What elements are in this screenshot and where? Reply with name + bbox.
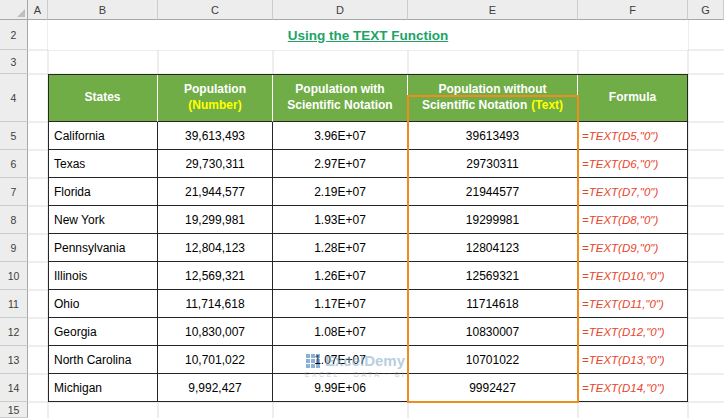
cell-e13-text[interactable]: 10701022 <box>408 346 578 374</box>
table-header-states[interactable]: States <box>48 74 158 122</box>
cell-f5-formula[interactable]: =TEXT(D5,"0") <box>578 122 688 150</box>
row-header-11[interactable]: 11 <box>0 290 28 318</box>
select-all-button[interactable] <box>0 0 28 20</box>
cell-f14-formula[interactable]: =TEXT(D14,"0") <box>578 374 688 402</box>
row-header-10[interactable]: 10 <box>0 262 28 290</box>
table-header-population-number[interactable]: Population (Number) <box>158 74 273 122</box>
header-population-line1: Population <box>184 82 246 98</box>
cell-f8-formula[interactable]: =TEXT(D8,"0") <box>578 206 688 234</box>
row-header-3[interactable]: 3 <box>0 50 28 74</box>
cell-b10-state[interactable]: Illinois <box>48 262 158 290</box>
header-formula-label: Formula <box>609 90 656 106</box>
cell-b12-state[interactable]: Georgia <box>48 318 158 346</box>
row-header-9[interactable]: 9 <box>0 234 28 262</box>
cell-e7-text[interactable]: 21944577 <box>408 178 578 206</box>
cell-e10-text[interactable]: 12569321 <box>408 262 578 290</box>
header-text-line2: Scientific Notation <box>422 98 527 114</box>
cell-c12-number[interactable]: 10,830,007 <box>158 318 273 346</box>
header-sci-line2: Scientific Notation <box>287 98 392 114</box>
cell-b14-state[interactable]: Michigan <box>48 374 158 402</box>
column-header-d[interactable]: D <box>273 0 408 20</box>
cell-b11-state[interactable]: Ohio <box>48 290 158 318</box>
cell-d13-sci[interactable]: 1.07E+07 <box>273 346 408 374</box>
cell-e9-text[interactable]: 12804123 <box>408 234 578 262</box>
cell-c8-number[interactable]: 19,299,981 <box>158 206 273 234</box>
cell-b9-state[interactable]: Pennsylvania <box>48 234 158 262</box>
column-header-c[interactable]: C <box>158 0 273 20</box>
row-header-15[interactable]: 15 <box>0 402 28 418</box>
row-header-14[interactable]: 14 <box>0 374 28 402</box>
cell-b6-state[interactable]: Texas <box>48 150 158 178</box>
row-header-4[interactable]: 4 <box>0 74 28 122</box>
cell-c11-number[interactable]: 11,714,618 <box>158 290 273 318</box>
page-title: Using the TEXT Function <box>288 28 449 43</box>
cell-b8-state[interactable]: New York <box>48 206 158 234</box>
cell-b7-state[interactable]: Florida <box>48 178 158 206</box>
cell-b13-state[interactable]: North Carolina <box>48 346 158 374</box>
row-header-7[interactable]: 7 <box>0 178 28 206</box>
cell-e6-text[interactable]: 29730311 <box>408 150 578 178</box>
header-population-line2: (Number) <box>188 98 241 114</box>
cell-d8-sci[interactable]: 1.93E+07 <box>273 206 408 234</box>
cell-f13-formula[interactable]: =TEXT(D13,"0") <box>578 346 688 374</box>
row-header-5[interactable]: 5 <box>0 122 28 150</box>
cell-f6-formula[interactable]: =TEXT(D6,"0") <box>578 150 688 178</box>
column-header-f[interactable]: F <box>578 0 688 20</box>
column-header-g[interactable]: G <box>688 0 724 20</box>
cell-f7-formula[interactable]: =TEXT(D7,"0") <box>578 178 688 206</box>
row-header-2[interactable]: 2 <box>0 20 28 50</box>
cell-f11-formula[interactable]: =TEXT(D11,"0") <box>578 290 688 318</box>
cell-d11-sci[interactable]: 1.17E+07 <box>273 290 408 318</box>
table-header-formula[interactable]: Formula <box>578 74 688 122</box>
cell-c14-number[interactable]: 9,992,427 <box>158 374 273 402</box>
cell-c7-number[interactable]: 21,944,577 <box>158 178 273 206</box>
cell-e11-text[interactable]: 11714618 <box>408 290 578 318</box>
cell-d6-sci[interactable]: 2.97E+07 <box>273 150 408 178</box>
cell-d5-sci[interactable]: 3.96E+07 <box>273 122 408 150</box>
row-header-8[interactable]: 8 <box>0 206 28 234</box>
cell-e12-text[interactable]: 10830007 <box>408 318 578 346</box>
header-text-line1: Population without <box>439 82 547 98</box>
table-header-without-scientific-notation[interactable]: Population without Scientific Notation (… <box>408 74 578 122</box>
cell-d7-sci[interactable]: 2.19E+07 <box>273 178 408 206</box>
cell-b5-state[interactable]: California <box>48 122 158 150</box>
cell-e14-text[interactable]: 9992427 <box>408 374 578 402</box>
cell-f12-formula[interactable]: =TEXT(D12,"0") <box>578 318 688 346</box>
cell-e5-text[interactable]: 39613493 <box>408 122 578 150</box>
cell-e8-text[interactable]: 19299981 <box>408 206 578 234</box>
row-header-6[interactable]: 6 <box>0 150 28 178</box>
cell-d9-sci[interactable]: 1.28E+07 <box>273 234 408 262</box>
cell-d10-sci[interactable]: 1.26E+07 <box>273 262 408 290</box>
cell-c5-number[interactable]: 39,613,493 <box>158 122 273 150</box>
sheet-title-cell[interactable]: Using the TEXT Function <box>48 20 688 50</box>
header-states-label: States <box>84 90 120 106</box>
row-header-13[interactable]: 13 <box>0 346 28 374</box>
cell-d14-sci[interactable]: 9.99E+06 <box>273 374 408 402</box>
header-text-highlight: (Text) <box>531 98 563 114</box>
column-header-a[interactable]: A <box>28 0 48 20</box>
cell-c6-number[interactable]: 29,730,311 <box>158 150 273 178</box>
cell-d12-sci[interactable]: 1.08E+07 <box>273 318 408 346</box>
column-header-e[interactable]: E <box>408 0 578 20</box>
header-sci-line1: Population with <box>295 82 384 98</box>
cell-c10-number[interactable]: 12,569,321 <box>158 262 273 290</box>
column-header-b[interactable]: B <box>48 0 158 20</box>
cell-f9-formula[interactable]: =TEXT(D9,"0") <box>578 234 688 262</box>
row-header-12[interactable]: 12 <box>0 318 28 346</box>
cell-c9-number[interactable]: 12,804,123 <box>158 234 273 262</box>
cell-f10-formula[interactable]: =TEXT(D10,"0") <box>578 262 688 290</box>
cell-c13-number[interactable]: 10,701,022 <box>158 346 273 374</box>
table-header-scientific-notation[interactable]: Population with Scientific Notation <box>273 74 408 122</box>
spreadsheet: A B C D E F G 2 3 4 5 6 7 8 9 10 11 12 1… <box>0 0 724 418</box>
